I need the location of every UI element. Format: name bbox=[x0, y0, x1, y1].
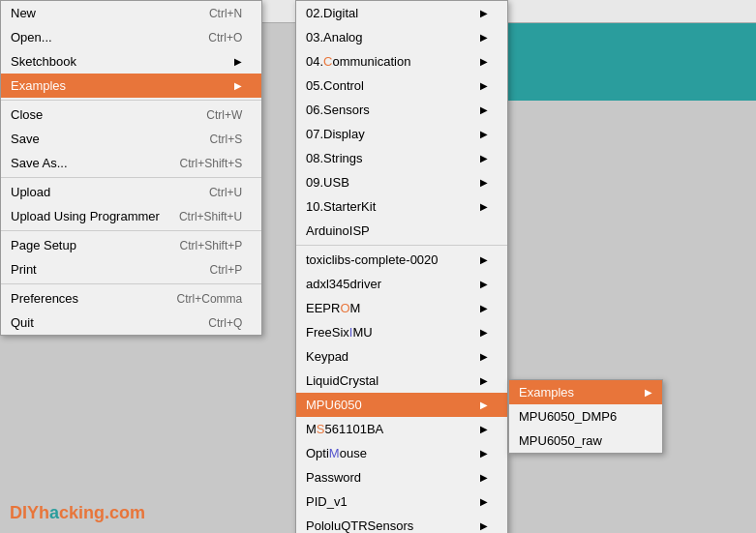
mpu6050-raw[interactable]: MPU6050_raw bbox=[509, 429, 662, 453]
example-password[interactable]: Password ▶ bbox=[296, 465, 507, 489]
example-mpu6050[interactable]: MPU6050 ▶ bbox=[296, 393, 507, 417]
example-06-sensors[interactable]: 06.Sensors ▶ bbox=[296, 98, 507, 122]
example-liquidcrystal[interactable]: LiquidCrystal ▶ bbox=[296, 369, 507, 393]
file-close[interactable]: Close Ctrl+W bbox=[1, 103, 261, 127]
example-pololu[interactable]: PololuQTRSensors ▶ bbox=[296, 514, 507, 533]
file-save-as[interactable]: Save As... Ctrl+Shift+S bbox=[1, 151, 261, 175]
separator-4 bbox=[1, 283, 261, 284]
example-08-strings[interactable]: 08.Strings ▶ bbox=[296, 146, 507, 170]
mpu6050-header-arrow: ▶ bbox=[645, 387, 652, 398]
example-pid[interactable]: PID_v1 ▶ bbox=[296, 489, 507, 514]
examples-sep-1 bbox=[296, 245, 507, 246]
separator-3 bbox=[1, 230, 261, 231]
example-09-usb[interactable]: 09.USB ▶ bbox=[296, 170, 507, 194]
file-new[interactable]: New Ctrl+N bbox=[1, 1, 261, 25]
file-save[interactable]: Save Ctrl+S bbox=[1, 127, 261, 151]
example-eeprom[interactable]: EEPROM ▶ bbox=[296, 296, 507, 320]
diy-text-part4: cking.com bbox=[59, 503, 145, 522]
diy-text-part2: h bbox=[39, 503, 49, 522]
mpu6050-examples-header: Examples ▶ bbox=[509, 380, 662, 404]
example-10-starterkit[interactable]: 10.StarterKit ▶ bbox=[296, 194, 507, 219]
example-07-display[interactable]: 07.Display ▶ bbox=[296, 122, 507, 146]
examples-submenu: 02.Digital ▶ 03.Analog ▶ 04.Communicatio… bbox=[295, 0, 508, 533]
separator-2 bbox=[1, 177, 261, 178]
diy-text-part1: DIY bbox=[10, 503, 39, 522]
file-examples[interactable]: Examples ▶ bbox=[1, 74, 261, 98]
mpu6050-dmp6[interactable]: MPU6050_DMP6 bbox=[509, 404, 662, 429]
file-print[interactable]: Print Ctrl+P bbox=[1, 257, 261, 281]
mpu6050-submenu: Examples ▶ MPU6050_DMP6 MPU6050_raw bbox=[508, 379, 663, 454]
file-menu-dropdown: New Ctrl+N Open... Ctrl+O Sketchbook ▶ E… bbox=[0, 0, 262, 336]
example-ms561101ba[interactable]: MS561101BA ▶ bbox=[296, 417, 507, 441]
file-upload-programmer[interactable]: Upload Using Programmer Ctrl+Shift+U bbox=[1, 204, 261, 228]
file-upload[interactable]: Upload Ctrl+U bbox=[1, 180, 261, 204]
example-freesiximu[interactable]: FreeSixIMU ▶ bbox=[296, 320, 507, 344]
separator-1 bbox=[1, 100, 261, 101]
file-sketchbook[interactable]: Sketchbook ▶ bbox=[1, 49, 261, 74]
example-02-digital[interactable]: 02.Digital ▶ bbox=[296, 1, 507, 25]
example-04-communication[interactable]: 04.Communication ▶ bbox=[296, 49, 507, 74]
example-03-analog[interactable]: 03.Analog ▶ bbox=[296, 25, 507, 49]
diy-text-part3: a bbox=[49, 503, 59, 522]
file-page-setup[interactable]: Page Setup Ctrl+Shift+P bbox=[1, 233, 261, 257]
example-arduinoisp[interactable]: ArduinoISP bbox=[296, 219, 507, 243]
diy-hacking-logo: DIYhacking.com bbox=[10, 503, 145, 523]
file-open[interactable]: Open... Ctrl+O bbox=[1, 25, 261, 49]
file-quit[interactable]: Quit Ctrl+Q bbox=[1, 311, 261, 335]
example-adxl345[interactable]: adxl345driver ▶ bbox=[296, 272, 507, 296]
example-toxiclibs[interactable]: toxiclibs-complete-0020 ▶ bbox=[296, 248, 507, 272]
example-05-control[interactable]: 05.Control ▶ bbox=[296, 74, 507, 98]
example-keypad[interactable]: Keypad ▶ bbox=[296, 344, 507, 369]
file-preferences[interactable]: Preferences Ctrl+Comma bbox=[1, 286, 261, 311]
example-optimouse[interactable]: OptiMouse ▶ bbox=[296, 441, 507, 465]
